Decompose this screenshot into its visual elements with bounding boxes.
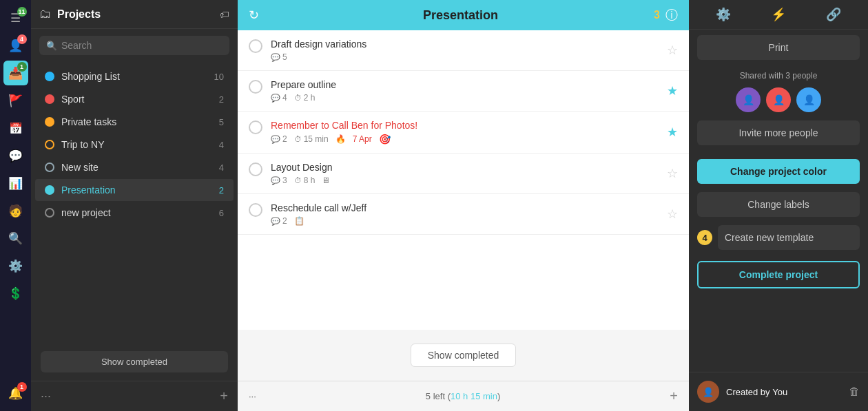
main-footer: ··· 5 left (10 h 15 min) + [238, 381, 689, 411]
task-meta: 💬 2 ⏱ 15 min 🔥 7 Apr 🎯 [271, 134, 659, 145]
change-labels-button[interactable]: Change labels [697, 192, 860, 217]
comment-icon: 💬 [271, 135, 280, 144]
calendar-icon[interactable]: 📅 27 [3, 116, 28, 140]
right-panel-toolbar: ⚙️ ⚡ 🔗 [689, 0, 868, 30]
search-input[interactable] [61, 40, 223, 51]
footer-add-task-button[interactable]: + [670, 388, 678, 404]
shared-title: Shared with 3 people [697, 71, 860, 81]
project-name: Presentation [61, 185, 212, 196]
star-button[interactable]: ★ [667, 83, 678, 98]
person-icon[interactable]: 🧑 [3, 198, 28, 223]
user-icon[interactable]: 👤 4 [3, 33, 28, 58]
task-title: Layout Design [271, 162, 659, 173]
project-count: 4 [219, 162, 224, 173]
task-body: Layout Design 💬 3 ⏱ 8 h 🖥 [271, 162, 659, 185]
star-button[interactable]: ☆ [667, 43, 678, 58]
sidebar-item-shopping[interactable]: Shopping List 10 [35, 65, 234, 87]
create-template-row: 4 Create new template [689, 220, 868, 255]
star-button[interactable]: ☆ [667, 207, 678, 222]
chat-icon[interactable]: 💬 [3, 143, 28, 168]
flag-icon[interactable]: 🚩 [3, 88, 28, 113]
inbox-icon[interactable]: 📥 1 [3, 61, 28, 85]
task-checkbox[interactable] [249, 120, 262, 134]
alert-icon[interactable]: 🔔 1 [3, 381, 28, 405]
settings-icon[interactable]: ⚙️ [716, 7, 731, 22]
sidebar-item-presentation[interactable]: Presentation 2 [35, 179, 234, 201]
project-count: 2 [219, 185, 224, 196]
task-title: Remember to Call Ben for Photos! [271, 120, 659, 131]
sidebar-item-newproject[interactable]: new project 6 [35, 202, 234, 224]
task-meta: 💬 3 ⏱ 8 h 🖥 [271, 176, 659, 185]
info-icon[interactable]: ⓘ [665, 7, 678, 23]
task-title: Reschedule call w/Jeff [271, 202, 659, 213]
tag-icon[interactable]: 🏷 [220, 9, 229, 20]
comment-icon: 💬 [271, 53, 280, 62]
task-checkbox[interactable] [249, 162, 262, 176]
table-row: Layout Design 💬 3 ⏱ 8 h 🖥 ☆ [238, 154, 689, 194]
project-count: 4 [219, 140, 224, 150]
project-color-dot [45, 140, 54, 149]
project-color-dot [45, 94, 54, 104]
project-color-dot [45, 72, 54, 81]
chart-icon[interactable]: 📊 [3, 171, 28, 196]
refresh-icon[interactable]: ↻ [249, 8, 259, 23]
created-by-avatar: 👤 [697, 381, 719, 403]
main-badge-num: 3 [654, 9, 660, 21]
search-icon: 🔍 [46, 41, 57, 51]
project-count: 6 [219, 208, 224, 218]
sidebar-item-private[interactable]: Private tasks 5 [35, 111, 234, 133]
print-button[interactable]: Print [697, 35, 860, 60]
footer-more-icon[interactable]: ··· [249, 391, 256, 401]
project-name: Trip to NY [61, 139, 212, 150]
task-body: Draft design variations 💬 5 [271, 39, 659, 62]
footer-count: 5 left (10 h 15 min) [426, 391, 500, 401]
change-color-button[interactable]: Change project color [697, 159, 860, 184]
link-icon[interactable]: 🔗 [826, 7, 841, 22]
sidebar-more-icon[interactable]: ··· [41, 389, 51, 403]
project-color-dot [45, 208, 54, 218]
table-row: Prepare outline 💬 4 ⏱ 2 h ★ [238, 71, 689, 112]
star-button[interactable]: ★ [667, 125, 678, 140]
footer-minutes: 15 min [471, 391, 497, 401]
search-box: 🔍 [39, 36, 229, 55]
task-comments: 💬 5 [271, 52, 287, 62]
show-completed-sidebar-button[interactable]: Show completed [41, 351, 228, 372]
show-completed-main-button[interactable]: Show completed [411, 344, 517, 367]
task-body: Remember to Call Ben for Photos! 💬 2 ⏱ 1… [271, 120, 659, 145]
task-chat-icon: 🖥 [322, 176, 330, 185]
show-completed-section: Show completed [238, 330, 689, 381]
lightning-icon[interactable]: ⚡ [771, 7, 786, 22]
task-fire: 🔥 [335, 134, 346, 144]
task-meta: 💬 5 [271, 52, 659, 62]
complete-project-button[interactable]: Complete project [697, 261, 860, 288]
task-checkbox[interactable] [249, 203, 262, 217]
task-checkbox[interactable] [249, 80, 262, 94]
search-icon-bar[interactable]: 🔍 [3, 226, 28, 251]
create-template-button[interactable]: Create new template [718, 225, 860, 250]
star-button[interactable]: ☆ [667, 166, 678, 181]
dollar-icon[interactable]: 💲 [3, 281, 28, 306]
task-list: Draft design variations 💬 5 ☆ Prepare ou… [238, 30, 689, 330]
task-comments: 💬 3 [271, 176, 287, 185]
project-count: 5 [219, 117, 224, 127]
project-color-dot [45, 117, 54, 127]
app-icon[interactable]: ☰ 11 [3, 6, 28, 30]
folder-icon: 🗂 [39, 7, 52, 21]
task-checkbox[interactable] [249, 39, 262, 53]
comment-icon: 💬 [271, 176, 280, 185]
project-count: 10 [214, 72, 224, 82]
sidebar-footer: ··· + [31, 381, 238, 411]
table-row: Draft design variations 💬 5 ☆ [238, 30, 689, 71]
invite-button[interactable]: Invite more people [697, 120, 860, 145]
add-project-button[interactable]: + [220, 388, 228, 404]
task-time: ⏱ 15 min [294, 134, 329, 144]
project-name: Sport [61, 94, 212, 105]
sidebar-item-trip[interactable]: Trip to NY 4 [35, 134, 234, 156]
project-name: Private tasks [61, 116, 212, 127]
settings-icon-bar[interactable]: ⚙️ [3, 253, 28, 278]
sidebar-item-newsite[interactable]: New site 4 [35, 156, 234, 178]
sidebar-item-sport[interactable]: Sport 2 [35, 88, 234, 110]
delete-icon[interactable]: 🗑 [849, 386, 860, 398]
project-count: 2 [219, 94, 224, 105]
sidebar: 🗂 Projects 🏷 🔍 Shopping List 10 Sport 2 … [31, 0, 238, 411]
